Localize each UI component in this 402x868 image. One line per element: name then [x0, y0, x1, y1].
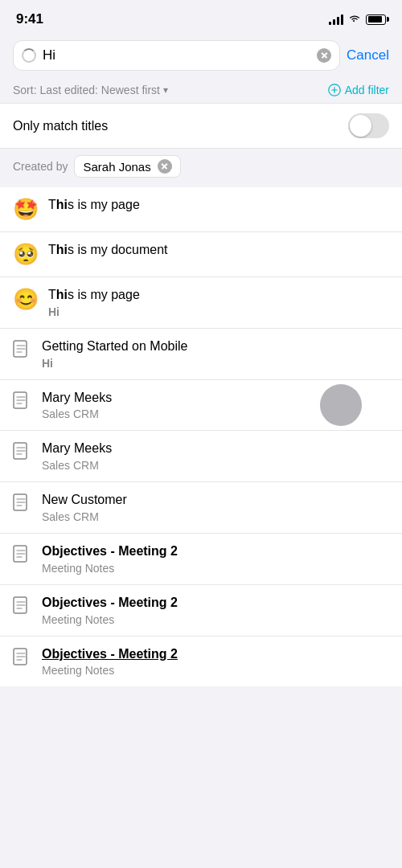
sort-bar: Sort: Last edited: Newest first ▾ Add fi…: [0, 77, 402, 103]
status-time: 9:41: [16, 11, 43, 27]
only-match-titles-label: Only match titles: [13, 119, 108, 133]
battery-icon: [366, 14, 386, 25]
results-list: 🤩 This is my page 🥺 This is my document …: [0, 187, 402, 686]
filter-tag-row: Created by Sarah Jonas: [0, 149, 402, 184]
search-input[interactable]: Hi: [43, 47, 310, 63]
result-subtitle: Sales CRM: [42, 407, 389, 420]
filter-icon: [328, 84, 341, 96]
signal-icon: [329, 14, 343, 25]
doc-icon: [13, 391, 31, 414]
cancel-button[interactable]: Cancel: [347, 47, 389, 63]
doc-icon: [13, 648, 31, 670]
result-content: Objectives - Meeting 2 Meeting Notes: [42, 595, 389, 626]
filter-tag-prefix: Created by: [13, 160, 68, 173]
result-content: This is my page Hi: [48, 287, 389, 318]
result-title: This is my page: [48, 287, 389, 304]
list-item[interactable]: Mary Meeks Sales CRM: [0, 380, 402, 432]
sort-prefix-label: Sort:: [13, 84, 37, 96]
add-filter-button[interactable]: Add filter: [328, 84, 389, 96]
status-bar: 9:41: [0, 0, 402, 34]
add-filter-label: Add filter: [345, 84, 389, 96]
result-title: Objectives - Meeting 2: [42, 595, 389, 612]
search-spinner-icon: [22, 48, 36, 63]
result-subtitle: Meeting Notes: [42, 562, 389, 575]
filter-tag-remove-button[interactable]: [158, 159, 172, 174]
list-item[interactable]: Objectives - Meeting 2 Meeting Notes: [0, 637, 402, 687]
doc-icon: [13, 493, 31, 516]
result-subtitle: Sales CRM: [42, 510, 389, 523]
result-subtitle: Hi: [42, 357, 389, 370]
result-subtitle: Meeting Notes: [42, 664, 389, 677]
list-item[interactable]: 🥺 This is my document: [0, 232, 402, 277]
result-title: Objectives - Meeting 2: [42, 646, 389, 663]
result-title: Mary Meeks: [42, 390, 389, 407]
result-title: Objectives - Meeting 2: [42, 543, 389, 560]
sort-value-button[interactable]: Last edited: Newest first ▾: [40, 84, 168, 96]
result-content: This is my document: [48, 242, 389, 259]
result-title: Getting Started on Mobile: [42, 338, 389, 355]
result-subtitle: Meeting Notes: [42, 613, 389, 626]
result-title: New Customer: [42, 492, 389, 509]
result-subtitle: Sales CRM: [42, 459, 389, 472]
list-item[interactable]: Mary Meeks Sales CRM: [0, 431, 402, 482]
result-subtitle: Hi: [48, 305, 389, 318]
result-title: This is my document: [48, 242, 389, 259]
search-clear-button[interactable]: [317, 48, 331, 63]
result-content: This is my page: [48, 197, 389, 214]
doc-icon: [13, 545, 31, 567]
result-content: Mary Meeks Sales CRM: [42, 390, 389, 421]
result-content: Getting Started on Mobile Hi: [42, 338, 389, 370]
result-title: This is my page: [48, 197, 389, 214]
result-content: Objectives - Meeting 2 Meeting Notes: [42, 543, 389, 575]
list-item[interactable]: New Customer Sales CRM: [0, 482, 402, 534]
emoji-icon: 🥺: [13, 242, 39, 267]
sort-chevron-icon: ▾: [163, 84, 168, 96]
result-content: New Customer Sales CRM: [42, 492, 389, 523]
search-bar: Hi Cancel: [0, 34, 402, 77]
result-title: Mary Meeks: [42, 440, 389, 457]
list-item[interactable]: Getting Started on Mobile Hi: [0, 329, 402, 380]
filter-tag[interactable]: Sarah Jonas: [74, 155, 180, 178]
result-content: Mary Meeks Sales CRM: [42, 440, 389, 472]
status-icons: [329, 12, 386, 27]
list-item[interactable]: 😊 This is my page Hi: [0, 277, 402, 329]
only-match-titles-toggle[interactable]: [348, 113, 389, 138]
filter-tag-value: Sarah Jonas: [83, 160, 150, 174]
only-match-titles-row: Only match titles: [0, 103, 402, 149]
wifi-icon: [348, 12, 361, 27]
list-item[interactable]: Objectives - Meeting 2 Meeting Notes: [0, 585, 402, 637]
emoji-icon: 😊: [13, 287, 39, 312]
search-field[interactable]: Hi: [13, 40, 340, 71]
emoji-icon: 🤩: [13, 197, 39, 222]
doc-icon: [13, 340, 31, 362]
list-item[interactable]: Objectives - Meeting 2 Meeting Notes: [0, 534, 402, 585]
list-item[interactable]: 🤩 This is my page: [0, 187, 402, 232]
doc-icon: [13, 442, 31, 465]
result-content: Objectives - Meeting 2 Meeting Notes: [42, 646, 389, 678]
doc-icon: [13, 596, 31, 619]
